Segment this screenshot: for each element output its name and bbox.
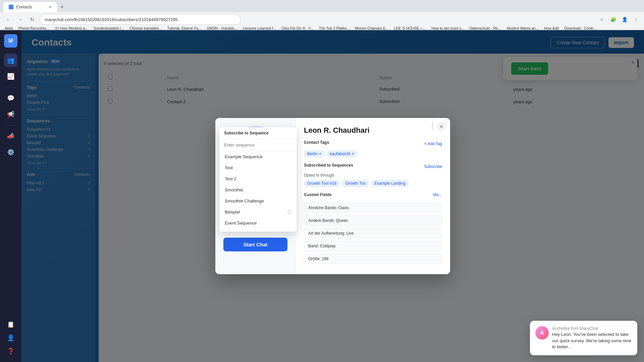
content-area: Contacts Create New Contact Import Segme…	[21, 30, 644, 362]
opted-chip-3: Example Landing	[371, 180, 409, 187]
sequence-option-example[interactable]: Example Sequence	[219, 151, 297, 162]
chat-message: Hey Leon, You've been selected to take o…	[552, 331, 632, 350]
sequence-option-beispiel[interactable]: Beispiel ⓘ	[219, 206, 297, 218]
custom-fields-label: Custom Fields	[304, 192, 332, 197]
bookmark-6[interactable]: GMSN - Vologds...	[205, 27, 238, 30]
sequences-section-header: Subscribed to Sequences Subscribe	[304, 163, 442, 170]
chat-content: Anzhelika from ManyChat Hey Leon, You've…	[552, 326, 632, 350]
bookmark-btn[interactable]: ☆	[597, 15, 606, 24]
browser-tabs: Contacts × +	[0, 0, 644, 12]
sidebar-bottom: 📋 👤 ❓	[4, 318, 17, 358]
bookmark-2[interactable]: (1) How Working a...	[53, 27, 90, 30]
opted-chip-2: Growth Too	[342, 180, 369, 187]
modal-contact-name: Leon R. Chaudhari	[304, 126, 442, 135]
menu-btn[interactable]: ⋮	[631, 15, 641, 24]
sequence-option-smoothie[interactable]: Smoothie	[219, 184, 297, 195]
bookmark-4[interactable]: Chinese translatio...	[128, 27, 163, 30]
tags-label: Contact Tags	[304, 140, 329, 145]
sidebar-item-contacts[interactable]: 👥	[4, 54, 17, 67]
sidebar-item-settings[interactable]: ⚙️	[4, 145, 17, 159]
bookmark-14[interactable]: Student Wants an...	[505, 27, 540, 30]
browser-tab-contacts[interactable]: Contacts ×	[3, 2, 57, 12]
tab-label: Contacts	[16, 5, 32, 9]
sequence-list: Example Sequence Test Test 2 Smoothie Sm…	[219, 151, 297, 232]
forward-btn[interactable]: →	[15, 15, 25, 24]
sequence-search-input[interactable]	[219, 139, 297, 151]
bookmarks-bar: Apps Phone Recycling... (1) How Working …	[0, 27, 644, 30]
modal-right-panel: Leon R. Chaudhari ⋮ × Contact Tags + Add…	[296, 118, 450, 274]
sidebar-item-help[interactable]: ❓	[4, 345, 17, 358]
sidebar-item-my-profile[interactable]: 👤	[4, 331, 17, 345]
sequence-option-seq1[interactable]: Sequence #1	[219, 229, 297, 232]
bookmark-7[interactable]: Lessons Learned f...	[241, 27, 277, 30]
back-btn[interactable]: ←	[3, 15, 13, 24]
sidebar-item-templates[interactable]: 📋	[4, 318, 17, 331]
dropdown-title: Subscribe to Sequence	[219, 127, 297, 139]
sidebar-item-live-chat[interactable]: 💬	[4, 92, 17, 105]
sequence-option-test2[interactable]: Test 2	[219, 173, 297, 184]
chat-sender: Anzhelika from ManyChat	[552, 326, 632, 331]
extensions-btn[interactable]: 🧩	[608, 15, 618, 24]
subscribe-button[interactable]: Subscribe	[424, 164, 442, 169]
profile-btn[interactable]: 👤	[620, 15, 629, 24]
modal-close-btn[interactable]: ×	[437, 122, 446, 131]
custom-fields-header: Custom Fields Ma...	[304, 192, 442, 200]
sequence-option-test[interactable]: Test	[219, 162, 297, 173]
custom-field-4: Band: Coldplay	[304, 241, 442, 251]
new-tab-btn[interactable]: +	[57, 2, 67, 13]
bookmark-howto[interactable]: How Add	[543, 27, 560, 30]
custom-field-5: Größe: 186	[304, 253, 442, 264]
custom-field-2: Andere Bands: Queen	[304, 215, 442, 226]
chat-widget: A Anzhelika from ManyChat Hey Leon, You'…	[530, 321, 637, 355]
bookmark-apps[interactable]: Apps	[3, 27, 14, 30]
custom-field-3: Art der Aufbereitung: Live	[304, 228, 442, 239]
sidebar-divider-2	[5, 125, 16, 125]
add-tag-button[interactable]: + Add Tag	[424, 141, 442, 146]
opted-chip-1: Growth Tool #16	[304, 180, 340, 187]
tag-chip-kaufabsicht-close[interactable]: ×	[352, 152, 354, 156]
browser-actions: ☆ 🧩 👤 ⋮	[597, 15, 641, 24]
tab-close-btn[interactable]: ×	[49, 4, 52, 10]
bookmark-1[interactable]: Phone Recycling...	[17, 27, 51, 30]
opted-in-label: Opted In through	[304, 173, 442, 178]
sidebar: M 👥 📈 💬 📢 📣 ⚙️ 📋 👤 ❓	[0, 30, 21, 362]
sidebar-item-broadcasting[interactable]: 📢	[4, 108, 17, 121]
start-chat-button[interactable]: Start Chat	[223, 238, 287, 251]
app-container: M 👥 📈 💬 📢 📣 ⚙️ 📋 👤 ❓ Contacts Create New…	[0, 30, 644, 362]
bookmark-5[interactable]: Tutorial: Eigene Fa...	[166, 27, 203, 30]
tags-row: Berlin × kaufabsicht ×	[304, 150, 442, 158]
reload-btn[interactable]: ↻	[28, 15, 37, 24]
sidebar-divider-1	[5, 87, 16, 87]
chat-widget-header: A Anzhelika from ManyChat Hey Leon, You'…	[535, 326, 632, 350]
modal-more-btn[interactable]: ⋮	[429, 122, 435, 129]
bookmark-11[interactable]: LEE 'S HOUSE—...	[392, 27, 427, 30]
chat-avatar: A	[535, 326, 549, 340]
browser-toolbar: ← → ↻ ☆ 🧩 👤 ⋮	[0, 12, 644, 27]
sidebar-item-ads[interactable]: 📣	[4, 129, 17, 143]
modal-overlay[interactable]: Subscribed (Unsubscribe) ⚪ Male 🌐 German…	[21, 30, 644, 362]
opted-in-chips: Growth Tool #16 Growth Too Example Landi…	[304, 180, 442, 187]
sequence-option-event[interactable]: Event Sequence	[219, 218, 297, 229]
sidebar-item-growth-tools[interactable]: 📈	[4, 70, 17, 83]
bookmark-10[interactable]: Money Changes E...	[354, 27, 390, 30]
address-bar[interactable]	[40, 14, 241, 25]
bookmark-9[interactable]: The Top 3 Platfor...	[318, 27, 351, 30]
bookmark-3[interactable]: Sonderangebot /...	[92, 27, 125, 30]
bookmark-8[interactable]: Qing Fei De Yi - Y...	[280, 27, 315, 30]
bookmark-15[interactable]: Download - Cooki...	[563, 27, 598, 30]
tag-chip-berlin: Berlin ×	[304, 150, 325, 158]
bookmark-12[interactable]: How to get more v...	[430, 27, 466, 30]
sequences-label: Subscribed to Sequences	[304, 163, 353, 168]
browser-chrome: Contacts × + ← → ↻ ☆ 🧩 👤 ⋮ Apps Phone Re…	[0, 0, 644, 30]
bookmark-13[interactable]: Datenschutz - Re...	[468, 27, 502, 30]
sequence-dropdown: Subscribe to Sequence Example Sequence T…	[219, 127, 297, 232]
manage-fields-link[interactable]: Ma...	[433, 192, 442, 200]
sequence-option-smoothie-challenge[interactable]: Smoothie Challenge	[219, 195, 297, 206]
custom-field-1: Ähnliche Bands: Oasis	[304, 202, 442, 213]
tag-chip-kaufabsicht: kaufabsicht ×	[327, 150, 358, 158]
tag-chip-berlin-close[interactable]: ×	[319, 152, 321, 156]
app-logo: M	[4, 34, 17, 48]
tags-section-header: Contact Tags + Add Tag	[304, 140, 442, 147]
tab-favicon	[9, 5, 13, 9]
